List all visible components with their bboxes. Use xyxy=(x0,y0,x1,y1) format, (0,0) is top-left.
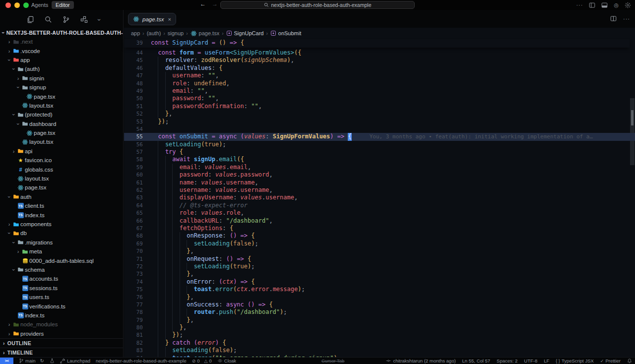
code-line-71[interactable]: 71onRequest: () => { xyxy=(124,255,635,263)
code-line-44[interactable]: 44const form = useForm<SignUpFormValues>… xyxy=(124,49,635,57)
code-line-82[interactable]: 82} catch (error) { xyxy=(124,339,635,347)
status-item-ln-55-col-57[interactable]: Ln 55, Col 57 xyxy=(462,358,491,364)
code-line-67[interactable]: 67fetchOptions: { xyxy=(124,225,635,232)
line-number[interactable]: 68 xyxy=(124,232,143,240)
tree-item-accounts.ts[interactable]: TSaccounts.ts xyxy=(0,274,123,283)
code-line-60[interactable]: 60password: values.password, xyxy=(124,171,635,179)
code-line-69[interactable]: 69setLoading(false); xyxy=(124,240,635,247)
breadcrumb-item-page.tsx[interactable]: page.tsx xyxy=(190,30,220,37)
line-number[interactable]: 67 xyxy=(124,225,143,232)
tree-item-auth[interactable]: ›auth xyxy=(0,192,123,201)
tree-item--auth-[interactable]: ›(auth) xyxy=(0,64,123,73)
line-number[interactable]: 84 xyxy=(124,355,143,357)
layout-sidebar-icon[interactable] xyxy=(589,2,595,8)
code-line-47[interactable]: 47username: "", xyxy=(124,72,635,79)
line-number[interactable]: 70 xyxy=(124,247,143,255)
tree-item-app[interactable]: ›app xyxy=(0,56,123,64)
status-item-main[interactable]: main↻ xyxy=(19,358,44,364)
code-line-75[interactable]: 75toast.error(ctx.error.message); xyxy=(124,286,635,293)
status-item-flask-icon[interactable] xyxy=(50,358,55,364)
code-line-78[interactable]: 78router.push("/dashboard"); xyxy=(124,308,635,316)
line-number[interactable]: 49 xyxy=(124,87,143,95)
menu-agents[interactable]: Agents xyxy=(31,0,48,10)
tree-item-client.ts[interactable]: TSclient.ts xyxy=(0,201,123,210)
close-icon[interactable]: × xyxy=(168,16,171,22)
tree-item-layout.tsx[interactable]: layout.tsx xyxy=(0,101,123,110)
line-number[interactable]: 75 xyxy=(124,286,143,293)
line-number[interactable]: 81 xyxy=(124,331,143,339)
code-line-50[interactable]: 50password: "", xyxy=(124,95,635,102)
search-icon[interactable] xyxy=(45,16,52,23)
code-line-61[interactable]: 61name: values.username, xyxy=(124,179,635,186)
line-number[interactable]: 60 xyxy=(124,171,143,179)
chevron-down-icon[interactable]: › xyxy=(98,15,100,24)
tree-item-page.tsx[interactable]: page.tsx xyxy=(0,92,123,101)
status-item-utf-8[interactable]: UTF-8 xyxy=(524,358,537,364)
maximize-window-button[interactable] xyxy=(23,2,29,8)
explorer-root-folder[interactable]: › NEXTJS-BETTER-AUTH-ROLE-BASED-AUTH-E..… xyxy=(0,28,123,37)
tree-item-layout.tsx[interactable]: layout.tsx xyxy=(0,174,123,183)
tree-item-signup[interactable]: ›signup xyxy=(0,83,123,92)
line-number[interactable]: 82 xyxy=(124,339,143,347)
code-line-79[interactable]: 79}, xyxy=(124,316,635,324)
line-number[interactable]: 54 xyxy=(124,125,143,133)
line-number[interactable]: 64 xyxy=(124,202,143,209)
status-item-typescript-jsx[interactable]: { }TypeScript JSX xyxy=(556,358,593,364)
extensions-icon[interactable] xyxy=(80,16,88,23)
line-number[interactable]: 73 xyxy=(124,270,143,278)
code-line-39[interactable]: 39const SignUpCard = () => { xyxy=(124,39,630,47)
code-line-56[interactable]: 56setLoading(true); xyxy=(124,141,635,148)
cursor-tab-status[interactable]: Cursor Tab xyxy=(321,358,344,364)
line-number[interactable]: 80 xyxy=(124,324,143,331)
line-number[interactable]: 69 xyxy=(124,240,143,247)
breadcrumb-item-onsubmit[interactable]: onSubmit xyxy=(270,30,301,36)
code-line-55[interactable]: 55const onSubmit = async (values: SignUp… xyxy=(124,133,635,140)
code-line-72[interactable]: 72setLoading(true); xyxy=(124,263,635,270)
tree-item-schema[interactable]: ›schema xyxy=(0,265,123,274)
code-line-64[interactable]: 64// @ts-expect-error xyxy=(124,202,635,209)
tree-item-layout.tsx[interactable]: layout.tsx xyxy=(0,137,123,146)
tree-item-page.tsx[interactable]: page.tsx xyxy=(0,128,123,137)
source-control-icon[interactable] xyxy=(63,16,70,23)
tree-item-meta[interactable]: ›meta xyxy=(0,247,123,256)
tree-item-globals.css[interactable]: #globals.css xyxy=(0,165,123,174)
tree-item-0000-add-auth-tables.sql[interactable]: 0000_add-auth-tables.sql xyxy=(0,256,123,265)
line-number[interactable]: 78 xyxy=(124,308,143,316)
line-number[interactable]: 59 xyxy=(124,164,143,171)
tab-page-tsx[interactable]: page.tsx × xyxy=(128,13,176,25)
code-line-68[interactable]: 68onResponse: () => { xyxy=(124,232,635,240)
sync-icon[interactable]: ↻ xyxy=(40,358,44,364)
status-item-cloak[interactable]: Cloak xyxy=(217,358,236,364)
code-line-70[interactable]: 70}, xyxy=(124,247,635,255)
line-number[interactable]: 44 xyxy=(124,49,143,57)
line-number[interactable]: 79 xyxy=(124,316,143,324)
code-line-63[interactable]: 63displayUsername: values.username, xyxy=(124,194,635,201)
code-line-57[interactable]: 57try { xyxy=(124,148,635,156)
code-line-73[interactable]: 73}, xyxy=(124,270,635,278)
close-window-button[interactable] xyxy=(5,2,11,8)
line-number[interactable]: 50 xyxy=(124,95,143,102)
code-line-51[interactable]: 51passwordConfirmation: "", xyxy=(124,103,635,110)
tree-item-index.ts[interactable]: TSindex.ts xyxy=(0,210,123,219)
code-line-65[interactable]: 65role: values.role, xyxy=(124,209,635,217)
tree-item-sessions.ts[interactable]: TSsessions.ts xyxy=(0,284,123,293)
minimize-window-button[interactable] xyxy=(14,2,20,8)
tree-item-favicon.ico[interactable]: ★favicon.ico xyxy=(0,156,123,165)
code-line-46[interactable]: 46defaultValues: { xyxy=(124,64,635,72)
more-icon[interactable]: ··· xyxy=(623,14,630,23)
code-line-81[interactable]: 81}); xyxy=(124,331,635,339)
status-item-bell-icon[interactable] xyxy=(627,358,632,364)
line-number[interactable]: 46 xyxy=(124,64,143,72)
status-item-spaces-2[interactable]: Spaces: 2 xyxy=(497,358,517,364)
line-number[interactable]: 66 xyxy=(124,217,143,225)
tree-item-components[interactable]: ›components xyxy=(0,220,123,229)
code-line-84[interactable]: 84toast.error("An error occurred during … xyxy=(124,355,635,357)
code-line-54[interactable]: 54 xyxy=(124,125,635,133)
breadcrumb-item-signupcard[interactable]: SignUpCard xyxy=(226,30,264,36)
line-number[interactable]: 53 xyxy=(124,118,143,125)
code-area[interactable]: 44const form = useForm<SignUpFormValues>… xyxy=(124,49,635,357)
code-line-83[interactable]: 83setLoading(false); xyxy=(124,347,635,354)
tree-item-index.ts[interactable]: TSindex.ts xyxy=(0,311,123,320)
code-line-62[interactable]: 62username: values.username, xyxy=(124,186,635,194)
line-number[interactable]: 62 xyxy=(124,186,143,194)
